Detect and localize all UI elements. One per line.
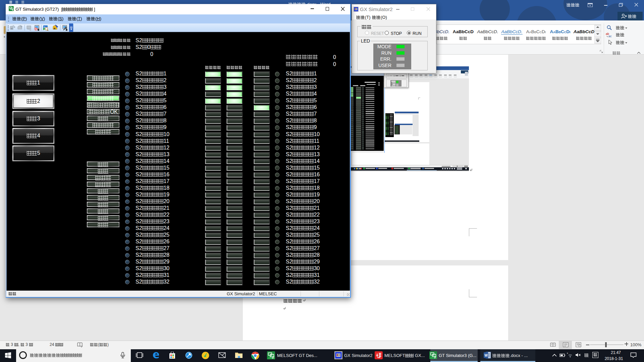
svg-text:3: 3 <box>272 356 274 359</box>
svg-text:*: * <box>567 352 568 355</box>
svg-text:3: 3 <box>434 356 436 359</box>
svg-text:R: R <box>54 27 56 30</box>
svg-text:W: W <box>11 27 13 29</box>
svg-text:3: 3 <box>12 9 13 11</box>
svg-text:ac: ac <box>608 35 612 38</box>
svg-text:W: W <box>485 354 488 357</box>
